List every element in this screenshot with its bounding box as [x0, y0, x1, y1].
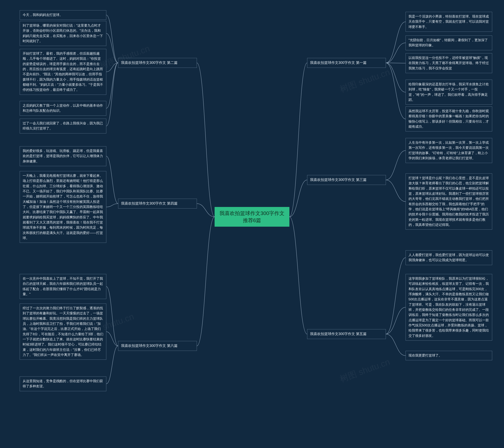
leaf-text: 我是一个活泼的小男孩，特别喜欢打篮球。现在篮球成天在我手中，只要有空，我就去打篮…: [409, 15, 489, 29]
branch-3[interactable]: 我喜欢拍篮球作文300字作文 第三篇: [307, 175, 386, 185]
branch-label: 我喜欢拍篮球作文300字作文 第五篇: [310, 332, 367, 336]
leaf-text: 人人都爱打篮球，我也爱打篮球，因为篮球运动可以使我强身健体，也可以让我成为篮球明…: [409, 253, 489, 262]
leaf-text: "光阴似箭，日月如梭"，转眼间，暑假到了，更加深了我和篮球的印象。: [409, 38, 488, 47]
watermark: 树图 shutu.cn: [338, 66, 392, 95]
leaf-text: 以前我投篮连一分也投不中，还经常被篮球"触摸"，现在我努力练习，天黑了都不舍得离…: [409, 56, 489, 70]
leaf-node[interactable]: 从这里我知道，竞争是残酷的，但在篮球比赛中我们获得了多种友谊。: [20, 376, 106, 391]
leaf-text: 之后妈妈又教了我一个上篮动作，以及中锋的基本动作和怎样与队友配合的知识。: [23, 104, 103, 113]
leaf-text: 打篮球？篮球是什么呢？我们在心里想，是不是比皮球放大版？体育老师看出了我们的心思…: [409, 176, 489, 227]
leaf-node[interactable]: 开始打篮球了。最初，我的手感很差，但后面越投越顺，几乎每个球都进了。这时，妈妈对…: [20, 49, 106, 95]
leaf-text: 我的爱好很多，玩游戏、玩滑板、踢足球，但是我最喜欢的是打篮球，篮球是我的伙伴，它…: [23, 149, 103, 163]
leaf-node[interactable]: 人人都爱打篮球，我也爱打篮球，因为篮球运动可以使我强身健体，也可以让我成为篮球明…: [406, 250, 492, 265]
leaf-node[interactable]: 以前我投篮连一分也投不中，还经常被篮球"触摸"，现在我努力练习，天黑了都不舍得离…: [406, 53, 492, 73]
leaf-node[interactable]: 今天，我和妈妈去打篮球。: [20, 10, 106, 20]
branch-label: 我喜欢拍篮球作文300字作文 第三篇: [310, 178, 367, 182]
leaf-node[interactable]: 一天晚上，我看见电视有打篮球比赛，就坐下看起来。场上打得是那么激烈，里面还有姚明…: [20, 171, 106, 243]
leaf-node[interactable]: 之后妈妈又教了我一个上篮动作，以及中锋的基本动作和怎样与队友配合的知识。: [20, 101, 106, 116]
leaf-node[interactable]: 我是一个活泼的小男孩，特别喜欢打篮球。现在篮球成天在我手中，只要有空，我就去打篮…: [406, 12, 492, 32]
leaf-node[interactable]: 人生当中有许多第一次，比如第一次哭，第一次上学或第一次写作，还有很多第一次，我今…: [406, 138, 492, 163]
branch-label: 我喜欢拍篮球作文300字作文 第四篇: [121, 201, 178, 205]
leaf-text: 经过了一次次的努力我们终于打出了默契感，逐渐的找到了篮球的有趣和好玩。一天天慢慢…: [23, 306, 103, 357]
leaf-node[interactable]: 过了一会儿我们就回家了，在路上我很兴奋，因为我已经很久没打篮球了。: [20, 119, 106, 134]
leaf-text: 开始打篮球了。最初，我的手感很差，但后面越投越顺，几乎每个球都进了。这时，妈妈对…: [23, 52, 103, 92]
leaf-text: 人生当中有许多第一次，比如第一次哭，第一次上学或第一次写作，还有很多第一次，我今…: [409, 141, 489, 160]
leaf-node[interactable]: 经过了一次次的努力我们终于打出了默契感，逐渐的找到了篮球的有趣和好玩。一天天慢慢…: [20, 304, 106, 360]
leaf-node[interactable]: 我的爱好很多，玩游戏、玩滑板、踢足球，但是我最喜欢的是打篮球，篮球是我的伙伴，它…: [20, 146, 106, 166]
leaf-text: 从这里我知道，竞争是残酷的，但在篮球比赛中我们获得了多种友谊。: [23, 379, 103, 388]
center-topic-text: 我喜欢拍篮球作文300字作文推荐6篇: [217, 210, 287, 224]
leaf-text: 在一次意外中我喜欢上了篮球，不知不觉，我打开了我自己的篮球天赋，我在六年级和我们…: [23, 277, 103, 296]
leaf-node[interactable]: 给我印象最深的还是那次打半场，我采浑水摸鱼之计抢到球，吃"独食"，我突破一个又一…: [406, 80, 492, 105]
leaf-text: 今天，我和妈妈去打篮球。: [23, 13, 63, 17]
branch-5[interactable]: 我喜欢拍篮球作文300字作文 第五篇: [307, 329, 386, 339]
leaf-node[interactable]: 到了篮球场，哪里的保安对我们说："这里要九点时才开放，否则会吵到小区居民们休息的…: [20, 21, 106, 46]
watermark: 树图 shutu.cn: [338, 356, 392, 385]
leaf-text: 给我印象最深的还是那次打半场，我采浑水摸鱼之计抢到球，吃"独食"，我突破一个又一…: [409, 82, 489, 102]
leaf-text: 一天晚上，我看见电视有打篮球比赛，就坐下看起来。场上打得是那么激烈，里面还有姚明…: [23, 174, 103, 240]
leaf-node[interactable]: "光阴似箭，日月如梭"，转眼间，暑假到了，更加深了我和篮球的印象。: [406, 36, 492, 50]
leaf-node[interactable]: 在一次意外中我喜欢上了篮球，不知不觉，我打开了我自己的篮球天赋，我在六年级和我们…: [20, 274, 106, 299]
branch-6[interactable]: 我喜欢拍篮球作文300字作文 第六篇: [118, 341, 197, 351]
branch-1[interactable]: 我喜欢拍篮球作文300字作文 第一篇: [307, 58, 386, 68]
branch-label: 我喜欢拍篮球作文300字作文 第一篇: [310, 61, 367, 65]
branch-label: 我喜欢拍篮球作文300字作文 第二篇: [121, 61, 178, 65]
center-topic[interactable]: 我喜欢拍篮球作文300字作文推荐6篇: [215, 207, 289, 227]
leaf-text: 虽然我运球不太厉害，投篮不能十拿九稳，你秋游时观察得真仔细！你眼中的景美像一幅画…: [409, 109, 489, 129]
branch-label: 我喜欢拍篮球作文300字作文 第六篇: [121, 344, 178, 348]
leaf-node[interactable]: 打篮球？篮球是什么呢？我们在心里想，是不是比皮球放大版？体育老师看出了我们的心思…: [406, 174, 492, 230]
leaf-text: 现在我更爱打篮球了。: [409, 354, 442, 357]
leaf-text: 到了篮球场，哪里的保安对我们说："这里要九点时才开放，否则会吵到小区居民们休息的…: [23, 24, 103, 43]
leaf-node[interactable]: 虽然我运球不太厉害，投篮不能十拿九稳，你秋游时观察得真仔细！你眼中的景美像一幅画…: [406, 106, 492, 132]
leaf-text: 这学期我参加了篮球校队，我原本以为打篮球很轻松，可训练起来恰恰相反，练篮球太苦了…: [409, 277, 489, 338]
branch-4[interactable]: 我喜欢拍篮球作文300字作文 第四篇: [118, 199, 197, 209]
branch-2[interactable]: 我喜欢拍篮球作文300字作文 第二篇: [118, 58, 197, 68]
leaf-node[interactable]: 现在我更爱打篮球了。: [406, 351, 492, 360]
leaf-node[interactable]: 这学期我参加了篮球校队，我原本以为打篮球很轻松，可训练起来恰恰相反，练篮球太苦了…: [406, 274, 492, 341]
leaf-text: 过了一会儿我们就回家了，在路上我很兴奋，因为我已经很久没打篮球了。: [23, 121, 103, 130]
